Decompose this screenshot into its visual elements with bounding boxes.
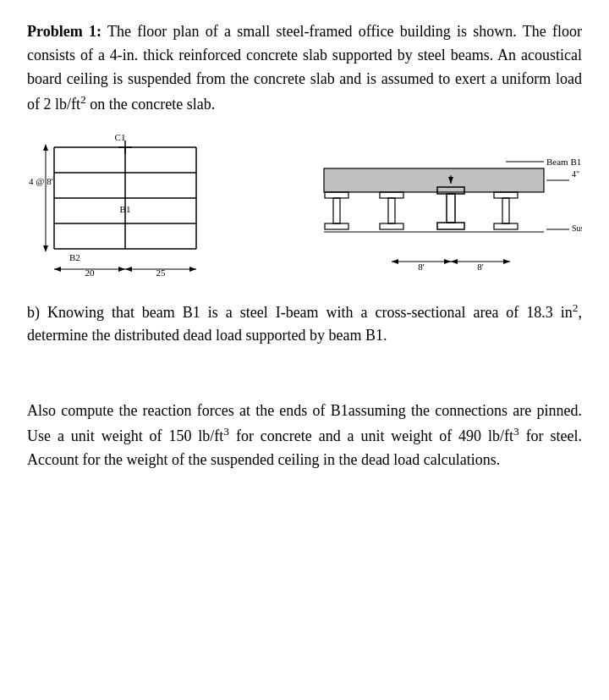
svg-rect-35 (380, 192, 403, 198)
svg-marker-23 (189, 267, 196, 272)
beam-section-diagram: Beam B1 4" Concrete Slab Suspended Ceili… (320, 136, 582, 272)
svg-marker-22 (125, 267, 132, 272)
svg-marker-19 (118, 267, 125, 272)
svg-marker-18 (54, 267, 61, 272)
svg-rect-27 (324, 168, 544, 192)
svg-rect-36 (388, 198, 395, 223)
svg-rect-43 (494, 192, 518, 198)
svg-marker-48 (392, 259, 398, 264)
svg-rect-37 (380, 223, 403, 229)
svg-rect-34 (325, 223, 348, 229)
part-b-label: b) Knowing that beam B1 is a steel I-bea… (27, 304, 582, 344)
problem-intro: The floor plan of a small steel-framed o… (27, 23, 582, 113)
svg-marker-49 (444, 259, 451, 264)
svg-rect-32 (325, 192, 348, 198)
svg-marker-2 (43, 144, 48, 151)
also-compute-text: Also compute the reaction forces at the … (27, 400, 582, 472)
problem-label: Problem 1: (27, 23, 102, 40)
svg-text:Suspended Ceiling: Suspended Ceiling (572, 223, 582, 233)
svg-text:8': 8' (418, 262, 425, 272)
svg-text:4 @ 8': 4 @ 8' (29, 176, 53, 186)
svg-marker-53 (503, 259, 510, 264)
floor-plan-diagram: 4 @ 8' C1 B1 B2 (27, 132, 222, 276)
svg-text:Beam B1: Beam B1 (546, 157, 581, 167)
problem-text: Problem 1: The floor plan of a small ste… (27, 20, 582, 117)
svg-text:B2: B2 (69, 252, 80, 262)
svg-rect-33 (333, 198, 340, 223)
svg-rect-39 (447, 194, 455, 223)
diagram-container: 4 @ 8' C1 B1 B2 (27, 132, 582, 276)
svg-marker-3 (43, 245, 48, 252)
svg-rect-45 (494, 223, 518, 229)
svg-text:C1: C1 (115, 132, 126, 142)
svg-text:8': 8' (477, 262, 484, 272)
svg-text:4" Concrete Slab: 4" Concrete Slab (572, 169, 582, 179)
part-b-text: b) Knowing that beam B1 is a steel I-bea… (27, 300, 582, 349)
svg-marker-52 (451, 259, 458, 264)
svg-text:B1: B1 (120, 204, 131, 214)
svg-rect-40 (437, 223, 464, 229)
svg-text:25: 25 (156, 267, 167, 276)
also-text: Also compute the reaction forces at the … (27, 402, 582, 468)
svg-text:20: 20 (85, 267, 96, 276)
svg-rect-44 (502, 198, 509, 223)
